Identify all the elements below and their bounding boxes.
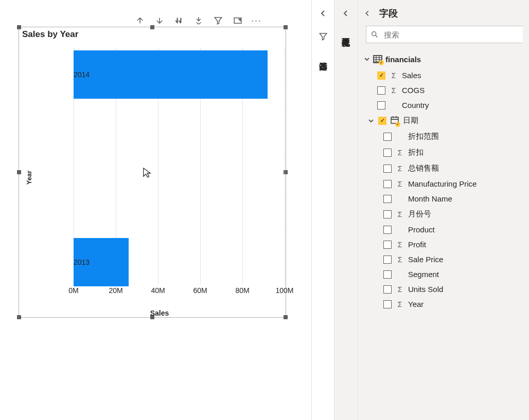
field-row[interactable]: Product <box>375 222 526 237</box>
field-row[interactable]: Segment <box>375 267 526 282</box>
resize-handle[interactable] <box>284 315 288 319</box>
field-checkbox[interactable] <box>383 226 392 234</box>
field-checkbox[interactable] <box>383 149 392 157</box>
table-icon <box>373 54 382 64</box>
field-label: 总销售额 <box>408 163 439 173</box>
field-row[interactable]: Σ折扣 <box>375 144 526 160</box>
resize-handle[interactable] <box>284 25 288 29</box>
caret-down-icon[interactable] <box>368 118 374 124</box>
caret-down-icon <box>364 56 370 62</box>
sigma-icon: Σ <box>396 241 404 249</box>
field-label: Month Name <box>408 194 452 203</box>
plot-area: Year Sales 0M20M40M60M80M100M20142013 <box>38 48 281 300</box>
report-canvas[interactable]: ··· Sales by Year Year Sales 0M20M40M60M… <box>0 0 309 420</box>
fields-search-box[interactable] <box>366 26 523 43</box>
chevron-left-icon[interactable] <box>364 10 371 17</box>
field-label: 折扣 <box>408 148 424 157</box>
drill-up-icon[interactable] <box>134 14 146 27</box>
x-tick-label: 0M <box>68 286 78 295</box>
field-label: Segment <box>408 270 439 279</box>
field-list: ΣSalesΣCOGSCountry日期折扣范围Σ折扣Σ总销售额ΣManufac… <box>358 67 529 315</box>
field-row[interactable]: ΣSale Price <box>375 252 526 267</box>
field-checkbox[interactable] <box>377 71 385 80</box>
filter-icon[interactable] <box>212 14 224 27</box>
field-row[interactable]: ΣUnits Sold <box>375 282 526 297</box>
field-row[interactable]: ΣProfit <box>375 237 526 252</box>
resize-handle[interactable] <box>17 315 21 319</box>
field-label: 折扣范围 <box>408 132 439 141</box>
drill-down-icon[interactable] <box>153 14 166 27</box>
more-options-icon[interactable]: ··· <box>251 15 262 26</box>
sigma-icon: Σ <box>396 165 404 173</box>
chevron-left-icon[interactable] <box>342 9 350 17</box>
table-financials-header[interactable]: financials <box>358 51 529 67</box>
fields-pane-title: 字段 <box>379 7 398 20</box>
x-axis-title: Sales <box>150 309 169 317</box>
field-checkbox[interactable] <box>383 195 392 203</box>
sigma-icon: Σ <box>390 71 398 80</box>
filters-pane-collapsed[interactable]: 筛选器 <box>311 0 334 420</box>
field-row[interactable]: 折扣范围 <box>375 129 526 144</box>
field-label: Sales <box>402 71 421 80</box>
gridline <box>285 48 285 284</box>
resize-handle[interactable] <box>17 170 21 174</box>
field-checkbox[interactable] <box>383 210 392 218</box>
expand-all-icon[interactable] <box>173 14 185 27</box>
field-checkbox[interactable] <box>383 241 392 249</box>
field-label: Year <box>408 300 424 308</box>
field-row[interactable]: ΣSales <box>375 68 526 83</box>
next-level-icon[interactable] <box>192 14 205 27</box>
field-label: Profit <box>408 240 426 249</box>
field-checkbox[interactable] <box>383 180 392 188</box>
fields-pane-header[interactable]: 字段 <box>358 4 529 26</box>
field-row[interactable]: Month Name <box>375 191 526 206</box>
sigma-icon: Σ <box>396 210 404 218</box>
field-row[interactable]: Σ月份号 <box>375 206 526 222</box>
field-row[interactable]: ΣManufacturing Price <box>375 176 526 191</box>
field-label: 月份号 <box>408 209 431 219</box>
bar-chart-visual[interactable]: Sales by Year Year Sales 0M20M40M60M80M1… <box>19 27 286 318</box>
filter-icon <box>319 32 328 41</box>
calendar-icon <box>391 116 399 125</box>
x-tick-label: 80M <box>235 286 249 295</box>
bar[interactable] <box>74 50 268 99</box>
field-row[interactable]: 日期 <box>375 113 526 129</box>
x-tick-label: 60M <box>193 286 207 295</box>
y-axis-title: Year <box>25 171 33 185</box>
x-tick-label: 40M <box>151 286 165 295</box>
field-checkbox[interactable] <box>377 86 385 95</box>
sigma-icon: Σ <box>396 255 404 264</box>
x-tick-label: 20M <box>109 286 122 295</box>
search-icon <box>371 30 379 39</box>
field-checkbox[interactable] <box>378 117 386 125</box>
chart-title: Sales by Year <box>22 29 78 40</box>
sigma-icon: Σ <box>396 285 404 294</box>
fields-search-input[interactable] <box>383 30 519 40</box>
resize-handle[interactable] <box>17 25 21 29</box>
sigma-icon: Σ <box>396 180 404 188</box>
resize-handle[interactable] <box>150 25 154 29</box>
chevron-left-icon[interactable] <box>319 9 327 17</box>
field-checkbox[interactable] <box>383 285 392 294</box>
focus-mode-icon[interactable] <box>232 14 244 27</box>
field-checkbox[interactable] <box>383 165 392 173</box>
field-checkbox[interactable] <box>383 300 392 308</box>
field-row[interactable]: ΣCOGS <box>375 83 526 98</box>
sigma-icon: Σ <box>396 300 404 308</box>
field-label: 日期 <box>403 116 418 125</box>
visualizations-pane-collapsed[interactable]: 可视化效果 <box>334 0 357 420</box>
field-checkbox[interactable] <box>377 101 385 109</box>
svg-point-1 <box>372 32 376 36</box>
fields-pane: 字段 financials ΣSalesΣCOGSCountry日期折扣范围Σ折… <box>357 0 529 420</box>
field-checkbox[interactable] <box>383 270 392 279</box>
field-label: Country <box>402 101 429 109</box>
field-row[interactable]: Σ总销售额 <box>375 160 526 176</box>
field-label: Units Sold <box>408 285 443 294</box>
field-checkbox[interactable] <box>383 133 392 141</box>
field-checkbox[interactable] <box>383 255 392 264</box>
x-tick-label: 100M <box>275 286 293 295</box>
field-row[interactable]: ΣYear <box>375 297 526 312</box>
table-name: financials <box>385 55 421 64</box>
sigma-icon: Σ <box>390 86 398 95</box>
field-row[interactable]: Country <box>375 98 526 113</box>
